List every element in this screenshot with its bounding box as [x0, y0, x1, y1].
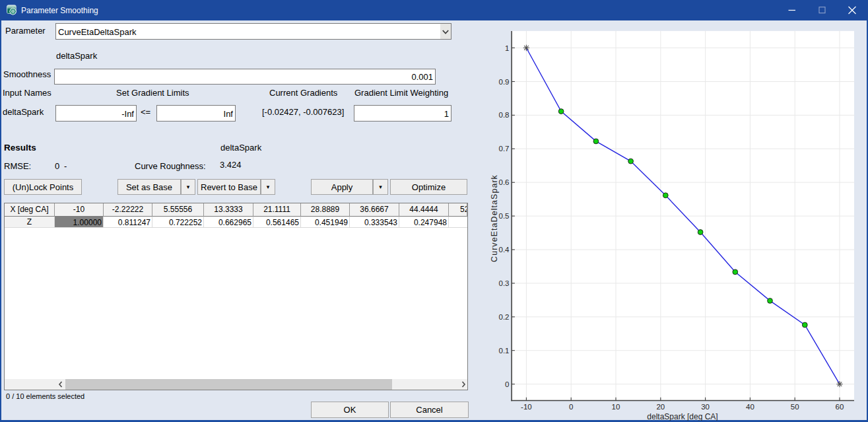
svg-text:0.4: 0.4 [499, 246, 510, 254]
svg-text:0: 0 [569, 403, 573, 411]
svg-text:30: 30 [701, 403, 710, 411]
svg-text:0.6: 0.6 [499, 178, 510, 186]
svg-text:0.9: 0.9 [499, 78, 510, 86]
svg-text:0.8: 0.8 [499, 111, 510, 119]
svg-text:1: 1 [505, 44, 509, 52]
svg-text:-10: -10 [521, 403, 532, 411]
svg-text:CurveEtaDeltaSpark: CurveEtaDeltaSpark [490, 174, 499, 262]
svg-text:0: 0 [505, 380, 509, 388]
svg-text:0.3: 0.3 [499, 279, 510, 287]
svg-text:0.2: 0.2 [499, 313, 510, 321]
svg-text:0.7: 0.7 [499, 145, 510, 153]
svg-text:60: 60 [836, 403, 844, 411]
svg-text:10: 10 [612, 403, 620, 411]
svg-text:deltaSpark [deg CA]: deltaSpark [deg CA] [647, 412, 718, 421]
svg-text:20: 20 [656, 403, 665, 411]
svg-text:40: 40 [746, 403, 754, 411]
svg-text:0.5: 0.5 [499, 212, 510, 220]
svg-text:0.1: 0.1 [499, 347, 510, 355]
svg-text:50: 50 [791, 403, 799, 411]
